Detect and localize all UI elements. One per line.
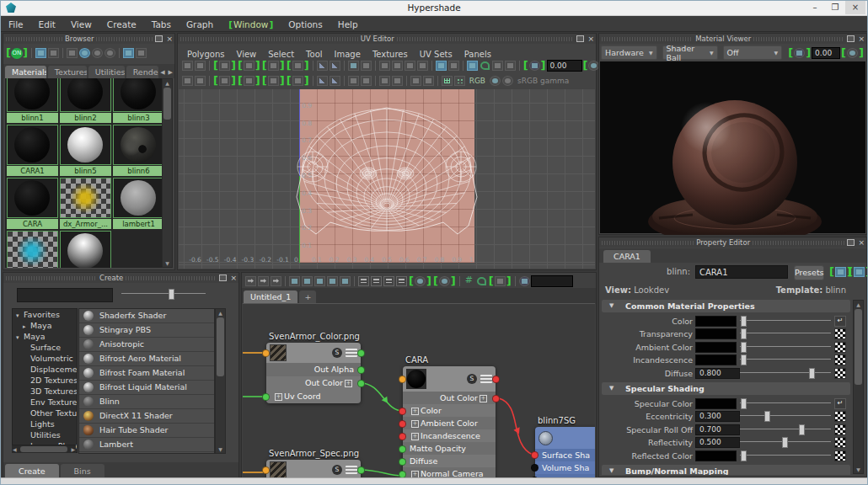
- color-swatch[interactable]: [695, 342, 737, 353]
- tree-item-maya[interactable]: ▸Maya: [13, 320, 77, 331]
- attr-slider[interactable]: [740, 436, 831, 447]
- close-panel-icon[interactable]: ×: [230, 274, 237, 282]
- create-item-lambert[interactable]: Lambert: [79, 438, 214, 451]
- rgb-channel-label[interactable]: RGB: [469, 77, 485, 85]
- scrollbar-thumb[interactable]: [20, 446, 67, 452]
- tree-item-surface[interactable]: Surface: [13, 342, 77, 353]
- menu-help[interactable]: Help: [330, 17, 366, 33]
- uv-plain-icon-1[interactable]: [195, 76, 206, 86]
- create-panel-titlebar[interactable]: Create ×: [3, 273, 238, 283]
- orange-port[interactable]: [262, 466, 270, 474]
- presets-button[interactable]: Presets: [794, 265, 824, 280]
- maximize-button[interactable]: ❐: [825, 1, 845, 14]
- uv-blue-icon-22[interactable]: [467, 61, 478, 71]
- scroll-down-icon[interactable]: ▼: [854, 466, 863, 472]
- section-bump-normal-mapping[interactable]: Bump/Normal Mapping: [602, 465, 850, 475]
- create-item-bifrost-foam-material[interactable]: Bifrost Foam Material: [79, 366, 214, 380]
- node-hash-icon-17[interactable]: [463, 276, 474, 286]
- value-field[interactable]: 0.800: [695, 368, 740, 379]
- create-filter-field[interactable]: [17, 288, 113, 302]
- menu-view[interactable]: View: [63, 17, 99, 33]
- create-item-blinn[interactable]: Blinn: [79, 395, 214, 408]
- color-swatch[interactable]: [695, 328, 737, 339]
- color-swatch[interactable]: [695, 398, 737, 409]
- tree-item-utilities[interactable]: Utilities: [13, 429, 77, 440]
- expand-icon[interactable]: +: [411, 471, 419, 477]
- node-teal-icon-8[interactable]: [340, 276, 351, 286]
- node-row-matte-opacity[interactable]: Matte Opacity: [403, 442, 496, 455]
- node-teal-icon-4[interactable]: [289, 276, 300, 286]
- exposure-field[interactable]: [547, 60, 582, 72]
- open-attribute-editor-icon[interactable]: [848, 266, 868, 278]
- create-item-shaderfx-shader[interactable]: Shaderfx Shader: [79, 309, 214, 322]
- uv-gb-icon-4[interactable]: [238, 75, 260, 87]
- material-swatch-blinn1[interactable]: blinn1: [7, 78, 58, 123]
- orange-port[interactable]: [399, 376, 406, 383]
- expand-icon[interactable]: +: [411, 420, 419, 428]
- map-connect-icon[interactable]: ↵: [834, 398, 846, 409]
- node-header[interactable]: S: [266, 343, 361, 363]
- tree-item-lights[interactable]: Lights: [13, 418, 77, 429]
- expand-icon[interactable]: +: [411, 433, 419, 440]
- attr-slider[interactable]: [740, 354, 831, 365]
- red-port[interactable]: [492, 395, 500, 402]
- scrollbar-thumb[interactable]: [163, 88, 171, 120]
- browser-tab-materials[interactable]: Materials: [5, 66, 46, 78]
- uv-blue-icon-19[interactable]: [436, 61, 447, 71]
- material-swatch-blinn6[interactable]: blinn6: [113, 125, 163, 176]
- scroll-up-icon[interactable]: ▲: [216, 310, 225, 316]
- green-port[interactable]: [357, 349, 365, 357]
- node-curve-icon-18[interactable]: [476, 276, 487, 286]
- menu-window[interactable]: Window: [221, 17, 281, 33]
- node-ham4-icon-10[interactable]: [358, 276, 369, 286]
- material-swatch-CARA1[interactable]: CARA1: [7, 125, 58, 176]
- viewer-exposure-field[interactable]: [812, 47, 840, 59]
- texture-map-icon[interactable]: [834, 354, 846, 365]
- node-row-color[interactable]: +Color: [403, 404, 496, 417]
- tree-hscrollbar[interactable]: ◀ ▶: [12, 445, 76, 453]
- attr-slider[interactable]: [740, 315, 831, 326]
- menu-file[interactable]: File: [1, 17, 31, 33]
- node-svenarmor-spec[interactable]: S: [266, 460, 361, 477]
- browser-tab-utilities[interactable]: Utilities: [88, 66, 125, 78]
- red-port[interactable]: [399, 433, 406, 440]
- node-row-uv-coord[interactable]: +Uv Coord: [266, 390, 361, 403]
- uv-plain-icon-17[interactable]: [417, 61, 428, 71]
- browser-blue-box-icon-2[interactable]: [35, 48, 46, 58]
- property-editor-titlebar[interactable]: Property Editor ×: [599, 237, 866, 248]
- material-swatch-dx_Armor_...[interactable]: dx_Armor_...: [60, 178, 111, 229]
- node-teal-icon-7[interactable]: [327, 276, 338, 286]
- material-swatch-row4-0[interactable]: [7, 231, 58, 268]
- attr-slider[interactable]: [740, 328, 831, 338]
- node-row-volume-sha[interactable]: Volume Sha: [535, 461, 595, 474]
- undock-icon[interactable]: [576, 35, 584, 42]
- node-teal-icon-6[interactable]: [314, 276, 325, 286]
- value-field[interactable]: 0.500: [695, 437, 740, 448]
- green-port[interactable]: [357, 466, 365, 474]
- node-row-incandescence[interactable]: +Incandescence: [403, 429, 496, 442]
- uv-gb-icon-4[interactable]: [238, 60, 260, 72]
- browser-panel-titlebar[interactable]: Browser ×: [3, 34, 174, 44]
- minimize-button[interactable]: –: [805, 1, 825, 14]
- tab-scroll-right-icon[interactable]: ▶: [169, 69, 173, 76]
- node-gb-icon-19[interactable]: [489, 275, 512, 287]
- scrollbar-thumb[interactable]: [217, 317, 224, 376]
- create-item-layered-shader[interactable]: Layered Shader: [79, 452, 214, 454]
- geometry-dropdown[interactable]: Shader Ball▼: [662, 45, 718, 60]
- uv-plain-icon-14[interactable]: [379, 61, 390, 71]
- node-teal-icon-5[interactable]: [302, 276, 313, 286]
- node-row-ambient-color[interactable]: +Ambient Color: [403, 417, 496, 429]
- uv-plain-icon-15[interactable]: [392, 76, 403, 86]
- tree-expand-icon[interactable]: ▾: [16, 333, 24, 342]
- texture-map-icon[interactable]: [834, 450, 846, 461]
- red-port[interactable]: [531, 451, 538, 459]
- menu-tabs[interactable]: Tabs: [144, 17, 179, 33]
- close-panel-icon[interactable]: ×: [166, 35, 173, 43]
- swatch-size-slider[interactable]: [121, 288, 206, 299]
- color-swatch[interactable]: [695, 316, 737, 327]
- node-cara[interactable]: SOut Color++Color+Ambient Color+Incandes…: [403, 366, 496, 477]
- tree-item-other-textures[interactable]: Other Textures: [13, 408, 77, 418]
- uv-plain-icon-1[interactable]: [195, 61, 206, 71]
- node-ham4-icon-13[interactable]: [396, 276, 407, 286]
- expand-icon[interactable]: +: [345, 380, 352, 387]
